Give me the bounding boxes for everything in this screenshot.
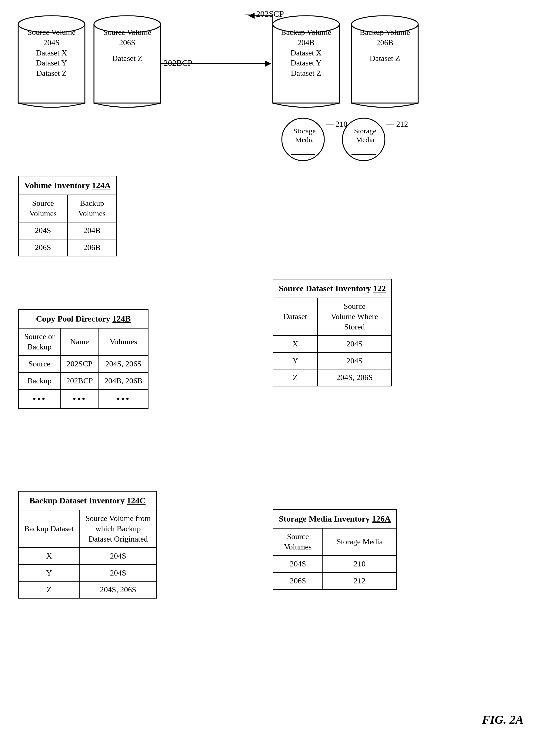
cp-row2-col1: Backup bbox=[19, 373, 60, 390]
backup-dataset-title: Backup Dataset Inventory 124C bbox=[19, 491, 157, 510]
table-row: Z 204S, 206S bbox=[19, 581, 157, 598]
bv206b-id: 206B bbox=[352, 38, 418, 48]
cp-row1-col3: 204S, 206S bbox=[99, 356, 148, 373]
table-row: X 204S bbox=[273, 336, 392, 353]
vi-row1-col2: 204B bbox=[67, 222, 117, 239]
sd-row3-col2: 204S, 206S bbox=[318, 369, 392, 386]
table-row: X 204S bbox=[19, 548, 157, 565]
sd-col2-header: SourceVolume WhereStored bbox=[318, 298, 392, 335]
label-202scp: — 202SCP bbox=[245, 9, 284, 19]
cp-row2-col3: 204B, 206B bbox=[99, 373, 148, 390]
storage-media-212-text: Storage Media bbox=[347, 127, 383, 144]
table-row: 204S 204B bbox=[19, 222, 116, 239]
cp-dots-col3: ••• bbox=[99, 390, 148, 409]
sv206s-text: Source Volume 206S Dataset Z bbox=[94, 27, 161, 63]
table-row: 206S 212 bbox=[273, 573, 396, 590]
storage-media-210-label2: Media bbox=[286, 136, 323, 144]
backup-dataset-table: Backup Dataset Inventory 124C Backup Dat… bbox=[18, 491, 157, 598]
cp-dots-col1: ••• bbox=[19, 390, 60, 409]
sv204s-line3: Dataset Z bbox=[18, 68, 85, 79]
storage-212-num: — 212 bbox=[386, 120, 408, 129]
copy-pool-table: Copy Pool Directory 124B Source orBackup… bbox=[18, 309, 148, 409]
bd-row2-col1: Y bbox=[19, 565, 80, 581]
sd-row1-col2: 204S bbox=[318, 336, 392, 353]
page: Source Volume 204S Dataset X Dataset Y D… bbox=[0, 0, 560, 751]
table-row: Source 202SCP 204S, 206S bbox=[19, 356, 148, 373]
smi-col1-header: SourceVolumes bbox=[273, 528, 323, 555]
sv204s-line2: Dataset Y bbox=[18, 58, 85, 68]
bv206b-line1: Dataset Z bbox=[352, 53, 418, 64]
source-dataset-table: Source Dataset Inventory 122 Dataset Sou… bbox=[273, 279, 392, 387]
bd-row3-col2: 204S, 206S bbox=[80, 581, 157, 598]
sv204s-id: 204S bbox=[18, 38, 85, 48]
cp-row1-col2: 202SCP bbox=[60, 356, 99, 373]
cp-col1-header: Source orBackup bbox=[19, 328, 60, 356]
bv204b-line3: Dataset Z bbox=[273, 68, 339, 79]
sv204s-text: Source Volume 204S Dataset X Dataset Y D… bbox=[18, 27, 85, 79]
sd-row2-col1: Y bbox=[273, 353, 318, 370]
table-row: Y 204S bbox=[19, 565, 157, 581]
sv206s-id: 206S bbox=[94, 38, 161, 48]
label-202bcp: 202BCP bbox=[164, 58, 193, 68]
sv206s-line1: Dataset Z bbox=[94, 53, 161, 64]
table-row: Z 204S, 206S bbox=[273, 369, 392, 386]
vi-row2-col1: 206S bbox=[19, 239, 67, 256]
bv204b-text: Backup Volume 204B Dataset X Dataset Y D… bbox=[273, 27, 339, 79]
bv204b-line2: Dataset Y bbox=[273, 58, 339, 68]
sd-col1-header: Dataset bbox=[273, 298, 318, 335]
storage-media-210-label1: Storage bbox=[286, 127, 323, 136]
bd-row3-col1: Z bbox=[19, 581, 80, 598]
bv204b-line1: Dataset X bbox=[273, 48, 339, 58]
storage-210-num: — 210 bbox=[326, 120, 347, 129]
bd-col2-header: Source Volume fromwhich BackupDataset Or… bbox=[80, 510, 157, 547]
cp-col2-header: Name bbox=[60, 328, 99, 356]
cp-col3-header: Volumes bbox=[99, 328, 148, 356]
bd-row1-col1: X bbox=[19, 548, 80, 565]
smi-col2-header: Storage Media bbox=[323, 528, 396, 555]
copy-pool-title: Copy Pool Directory 124B bbox=[19, 310, 148, 328]
cp-dots-col2: ••• bbox=[60, 390, 99, 409]
storage-media-inventory-title: Storage Media Inventory 126A bbox=[273, 510, 396, 528]
svg-marker-12 bbox=[265, 61, 271, 67]
table-row-dots: ••• ••• ••• bbox=[19, 390, 148, 409]
volume-inventory-title: Volume Inventory 124A bbox=[19, 176, 116, 195]
storage-media-210-text: Storage Media bbox=[286, 127, 323, 144]
table-row: 204S 210 bbox=[273, 555, 396, 573]
sv204s-label: Source Volume bbox=[18, 27, 85, 38]
sd-row2-col2: 204S bbox=[318, 353, 392, 370]
sv204s-line1: Dataset X bbox=[18, 48, 85, 58]
sd-row3-col1: Z bbox=[273, 369, 318, 386]
storage-media-inventory-table: Storage Media Inventory 126A SourceVolum… bbox=[273, 509, 397, 590]
table-row: 206S 206B bbox=[19, 239, 116, 256]
bv206b-label: Backup Volume bbox=[352, 27, 418, 38]
vi-col1-header: SourceVolumes bbox=[19, 195, 67, 222]
volume-inventory-table: Volume Inventory 124A SourceVolumes Back… bbox=[18, 176, 117, 256]
bv204b-id: 204B bbox=[273, 38, 339, 48]
storage-media-212-label2: Media bbox=[347, 136, 383, 144]
bv206b-text: Backup Volume 206B Dataset Z bbox=[352, 27, 418, 63]
bd-row1-col2: 204S bbox=[80, 548, 157, 565]
vi-row2-col2: 206B bbox=[67, 239, 117, 256]
sd-row1-col1: X bbox=[273, 336, 318, 353]
source-dataset-title: Source Dataset Inventory 122 bbox=[273, 279, 392, 298]
cp-row2-col2: 202BCP bbox=[60, 373, 99, 390]
smi-row2-col2: 212 bbox=[323, 573, 396, 590]
bd-col1-header: Backup Dataset bbox=[19, 510, 80, 547]
bv204b-label: Backup Volume bbox=[273, 27, 339, 38]
smi-row1-col1: 204S bbox=[273, 555, 323, 573]
table-row: Backup 202BCP 204B, 206B bbox=[19, 373, 148, 390]
vi-col2-header: BackupVolumes bbox=[67, 195, 117, 222]
smi-row1-col2: 210 bbox=[323, 555, 396, 573]
storage-media-212-label1: Storage bbox=[347, 127, 383, 136]
cp-row1-col1: Source bbox=[19, 356, 60, 373]
vi-row1-col1: 204S bbox=[19, 222, 67, 239]
sv206s-label: Source Volume bbox=[94, 27, 161, 38]
fig-label: FIG. 2A bbox=[482, 712, 524, 727]
bd-row2-col2: 204S bbox=[80, 565, 157, 581]
smi-row2-col1: 206S bbox=[273, 573, 323, 590]
table-row: Y 204S bbox=[273, 353, 392, 370]
